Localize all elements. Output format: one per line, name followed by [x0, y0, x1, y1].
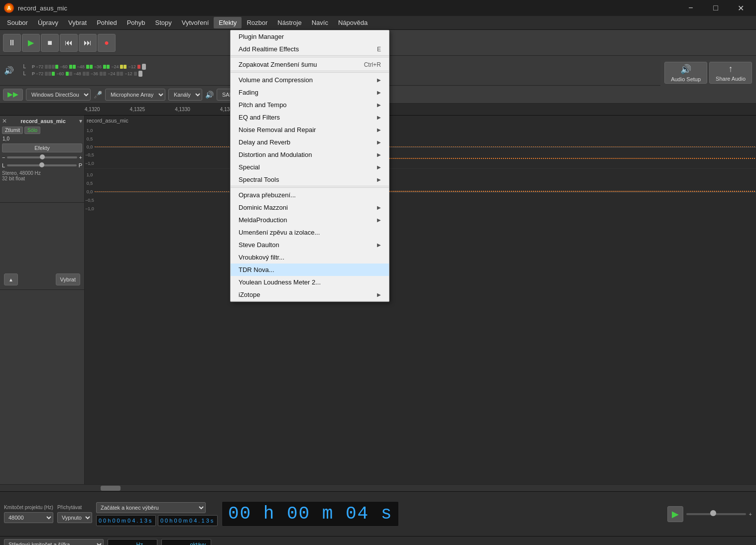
- oprava-label: Oprava přebuzení...: [239, 191, 296, 199]
- menu-divider-2: [231, 72, 389, 73]
- oprava-item[interactable]: Oprava přebuzení...: [231, 189, 389, 201]
- fading-arrow: ▶: [377, 90, 381, 95]
- melda-item[interactable]: MeldaProduction ▶: [231, 214, 389, 226]
- add-realtime-label: Add Realtime Effects: [239, 45, 299, 53]
- dominic-label: Dominic Mazzoni: [239, 204, 288, 211]
- eq-filters-arrow: ▶: [377, 115, 381, 120]
- menu-section-plugins: Oprava přebuzení... Dominic Mazzoni ▶ Me…: [231, 189, 389, 301]
- add-realtime-shortcut: E: [377, 46, 381, 53]
- special-item[interactable]: Special ▶: [231, 161, 389, 173]
- melda-arrow: ▶: [377, 217, 381, 223]
- steve-item[interactable]: Steve Daulton ▶: [231, 239, 389, 251]
- izotope-item[interactable]: iZotope ▶: [231, 288, 389, 301]
- noise-removal-item[interactable]: Noise Removal and Repair ▶: [231, 124, 389, 136]
- menu-section-effects: Volume and Compression ▶ Fading ▶ Pitch …: [231, 74, 389, 186]
- spectral-tools-item[interactable]: Spectral Tools ▶: [231, 173, 389, 186]
- volume-compression-arrow: ▶: [377, 77, 381, 83]
- repeat-item[interactable]: Zopakovat Zmenšení šumu Ctrl+R: [231, 58, 389, 71]
- izotope-label: iZotope: [239, 291, 260, 298]
- youlean-item[interactable]: Youlean Loudness Meter 2...: [231, 276, 389, 288]
- pitch-tempo-item[interactable]: Pitch and Tempo ▶: [231, 99, 389, 111]
- umenseni-item[interactable]: Umenšení zpěvu a izolace...: [231, 226, 389, 239]
- noise-removal-arrow: ▶: [377, 127, 381, 133]
- umenseni-label: Umenšení zpěvu a izolace...: [239, 229, 320, 236]
- fading-label: Fading: [239, 89, 258, 96]
- menu-divider-1: [231, 57, 389, 57]
- distortion-modulation-item[interactable]: Distortion and Modulation ▶: [231, 148, 389, 161]
- special-label: Special: [239, 163, 260, 171]
- dominic-arrow: ▶: [377, 205, 381, 210]
- special-arrow: ▶: [377, 164, 381, 170]
- eq-filters-label: EQ and Filters: [239, 114, 280, 121]
- delay-reverb-item[interactable]: Delay and Reverb ▶: [231, 136, 389, 148]
- menu-section-top: Plugin Manager Add Realtime Effects E: [231, 30, 389, 56]
- repeat-shortcut: Ctrl+R: [364, 61, 381, 68]
- menu-divider-3: [231, 187, 389, 188]
- plugin-manager-item[interactable]: Plugin Manager: [231, 30, 389, 43]
- effects-menu: Plugin Manager Add Realtime Effects E Zo…: [230, 30, 389, 302]
- izotope-arrow: ▶: [377, 292, 381, 297]
- delay-reverb-label: Delay and Reverb: [239, 138, 290, 146]
- vroubkovy-label: Vroubkový filtr...: [239, 254, 284, 261]
- plugin-manager-label: Plugin Manager: [239, 33, 284, 40]
- dropdown-overlay[interactable]: Plugin Manager Add Realtime Effects E Zo…: [0, 0, 756, 545]
- dominic-item[interactable]: Dominic Mazzoni ▶: [231, 201, 389, 214]
- vroubkovy-item[interactable]: Vroubkový filtr...: [231, 251, 389, 264]
- repeat-label: Zopakovat Zmenšení šumu: [239, 61, 317, 68]
- steve-arrow: ▶: [377, 242, 381, 248]
- spectral-tools-arrow: ▶: [377, 177, 381, 182]
- noise-removal-label: Noise Removal and Repair: [239, 126, 316, 134]
- distortion-modulation-label: Distortion and Modulation: [239, 151, 312, 158]
- distortion-modulation-arrow: ▶: [377, 152, 381, 157]
- add-realtime-item[interactable]: Add Realtime Effects E: [231, 43, 389, 55]
- spectral-tools-label: Spectral Tools: [239, 176, 279, 183]
- volume-compression-item[interactable]: Volume and Compression ▶: [231, 74, 389, 86]
- melda-label: MeldaProduction: [239, 216, 287, 224]
- volume-compression-label: Volume and Compression: [239, 76, 313, 84]
- pitch-tempo-label: Pitch and Tempo: [239, 101, 287, 109]
- delay-reverb-arrow: ▶: [377, 139, 381, 145]
- fading-item[interactable]: Fading ▶: [231, 86, 389, 99]
- menu-section-repeat: Zopakovat Zmenšení šumu Ctrl+R: [231, 58, 389, 71]
- youlean-label: Youlean Loudness Meter 2...: [239, 278, 321, 286]
- tdr-label: TDR Nova...: [239, 266, 274, 273]
- eq-filters-item[interactable]: EQ and Filters ▶: [231, 111, 389, 124]
- steve-label: Steve Daulton: [239, 241, 279, 249]
- tdr-item[interactable]: TDR Nova...: [231, 264, 389, 276]
- pitch-tempo-arrow: ▶: [377, 102, 381, 108]
